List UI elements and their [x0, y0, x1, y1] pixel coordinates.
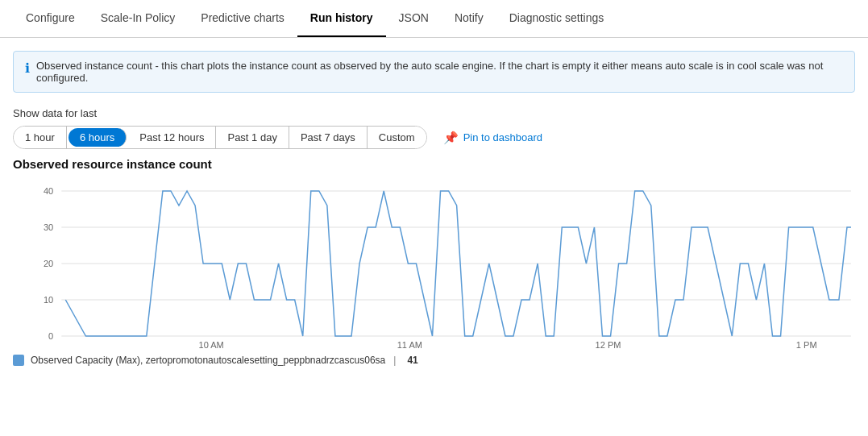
time-pill-1day[interactable]: Past 1 day [216, 127, 289, 148]
tab-run-history[interactable]: Run history [297, 0, 386, 37]
legend-label: Observed Capacity (Max), zertopromotonau… [31, 355, 385, 366]
svg-text:20: 20 [44, 259, 53, 268]
time-pill-12hours[interactable]: Past 12 hours [128, 127, 216, 148]
chart-title: Observed resource instance count [13, 157, 855, 171]
time-pill-custom[interactable]: Custom [368, 127, 426, 148]
tab-scale-in-policy[interactable]: Scale-In Policy [88, 0, 189, 37]
time-filter-label: Show data for last [13, 107, 855, 119]
pin-icon: 📌 [443, 131, 459, 145]
time-filter-buttons: 1 hour 6 hours Past 12 hours Past 1 day … [13, 126, 855, 149]
time-pill-7days[interactable]: Past 7 days [289, 127, 368, 148]
svg-text:40: 40 [44, 186, 53, 196]
legend-value: 41 [407, 355, 417, 366]
info-banner: ℹ Observed instance count - this chart p… [13, 51, 855, 93]
info-banner-text: Observed instance count - this chart plo… [36, 60, 843, 84]
tab-notify[interactable]: Notify [442, 0, 496, 37]
chart-section: Observed resource instance count 40 30 2… [0, 157, 868, 374]
legend-separator: | [393, 355, 396, 366]
svg-text:0: 0 [48, 331, 53, 341]
pin-dashboard-label: Pin to dashboard [463, 131, 542, 143]
time-pill-group: 1 hour 6 hours Past 12 hours Past 1 day … [13, 126, 427, 149]
legend-color-box [13, 355, 24, 366]
tab-json[interactable]: JSON [386, 0, 442, 37]
time-pill-1hour[interactable]: 1 hour [14, 127, 67, 148]
tabs-bar: Configure Scale-In Policy Predictive cha… [0, 0, 868, 38]
pin-dashboard-button[interactable]: 📌 Pin to dashboard [443, 131, 542, 145]
chart-legend: Observed Capacity (Max), zertopromotonau… [13, 355, 855, 366]
svg-text:11 AM: 11 AM [397, 340, 422, 348]
svg-text:10: 10 [44, 295, 53, 305]
chart-container: 40 30 20 10 0 10 AM 11 AM 12 PM 1 PM [13, 179, 855, 348]
time-pill-6hours[interactable]: 6 hours [69, 128, 127, 147]
svg-text:12 PM: 12 PM [596, 340, 621, 348]
tab-diagnostic-settings[interactable]: Diagnostic settings [496, 0, 617, 37]
info-icon: ℹ [25, 60, 30, 76]
time-filter-section: Show data for last 1 hour 6 hours Past 1… [0, 102, 868, 157]
svg-text:1 PM: 1 PM [796, 340, 817, 348]
chart-svg: 40 30 20 10 0 10 AM 11 AM 12 PM 1 PM [13, 179, 855, 348]
tab-predictive-charts[interactable]: Predictive charts [188, 0, 297, 37]
tab-configure[interactable]: Configure [13, 0, 88, 37]
svg-text:10 AM: 10 AM [199, 340, 224, 348]
svg-text:30: 30 [44, 222, 53, 232]
